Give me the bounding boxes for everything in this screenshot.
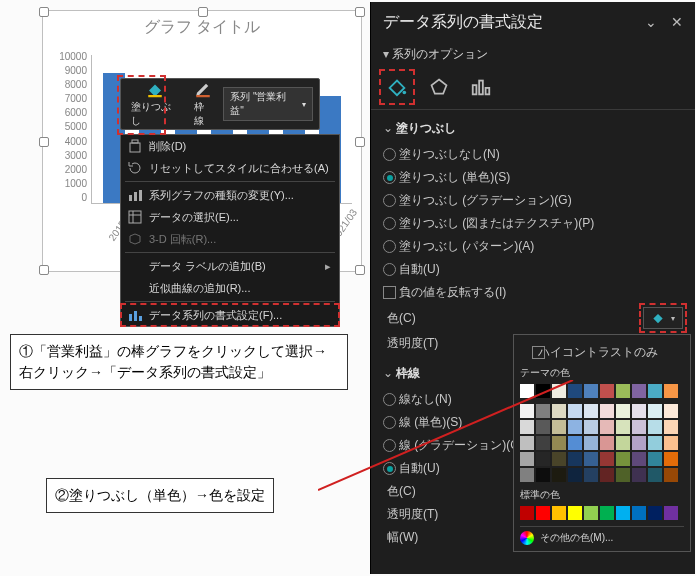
- color-swatch[interactable]: [632, 420, 646, 434]
- color-swatch[interactable]: [552, 436, 566, 450]
- color-swatch[interactable]: [664, 420, 678, 434]
- resize-handle[interactable]: [39, 265, 49, 275]
- color-swatch[interactable]: [552, 452, 566, 466]
- menu-delete[interactable]: 削除(D): [121, 135, 339, 157]
- tab-series-options[interactable]: [467, 73, 495, 101]
- color-swatch[interactable]: [520, 506, 534, 520]
- color-swatch[interactable]: [536, 452, 550, 466]
- color-swatch[interactable]: [616, 436, 630, 450]
- color-swatch[interactable]: [568, 452, 582, 466]
- section-fill[interactable]: 塗りつぶし: [371, 110, 695, 143]
- color-swatch[interactable]: [584, 420, 598, 434]
- series-selector[interactable]: 系列 "営業利益": [223, 87, 313, 121]
- color-swatch[interactable]: [616, 506, 630, 520]
- color-swatch[interactable]: [536, 436, 550, 450]
- color-swatch[interactable]: [584, 436, 598, 450]
- menu-select-data[interactable]: データの選択(E)...: [121, 206, 339, 228]
- color-swatch[interactable]: [568, 468, 582, 482]
- radio-fill-auto[interactable]: 自動(U): [371, 258, 695, 281]
- resize-handle[interactable]: [355, 137, 365, 147]
- color-swatch[interactable]: [632, 384, 646, 398]
- color-swatch[interactable]: [536, 384, 550, 398]
- resize-handle[interactable]: [198, 7, 208, 17]
- resize-handle[interactable]: [39, 137, 49, 147]
- color-swatch[interactable]: [632, 404, 646, 418]
- color-swatch[interactable]: [648, 404, 662, 418]
- radio-fill-gradient[interactable]: 塗りつぶし (グラデーション)(G): [371, 189, 695, 212]
- color-swatch[interactable]: [616, 420, 630, 434]
- color-swatch[interactable]: [536, 420, 550, 434]
- color-swatch[interactable]: [632, 468, 646, 482]
- color-swatch[interactable]: [600, 404, 614, 418]
- resize-handle[interactable]: [39, 7, 49, 17]
- color-swatch[interactable]: [664, 506, 678, 520]
- color-swatch[interactable]: [584, 506, 598, 520]
- color-swatch[interactable]: [600, 384, 614, 398]
- color-swatch[interactable]: [552, 404, 566, 418]
- color-swatch[interactable]: [536, 506, 550, 520]
- tab-effects[interactable]: [425, 73, 453, 101]
- resize-handle[interactable]: [355, 7, 365, 17]
- color-swatch[interactable]: [584, 452, 598, 466]
- color-swatch[interactable]: [520, 404, 534, 418]
- color-swatch[interactable]: [552, 468, 566, 482]
- radio-fill-none[interactable]: 塗りつぶしなし(N): [371, 143, 695, 166]
- color-swatch[interactable]: [616, 452, 630, 466]
- outline-button[interactable]: 枠線: [190, 78, 217, 130]
- color-swatch[interactable]: [520, 452, 534, 466]
- color-swatch[interactable]: [536, 404, 550, 418]
- menu-reset-style[interactable]: リセットしてスタイルに合わせる(A): [121, 157, 339, 179]
- more-colors-button[interactable]: その他の色(M)...: [520, 526, 684, 545]
- color-swatch[interactable]: [648, 506, 662, 520]
- radio-fill-solid[interactable]: 塗りつぶし (単色)(S): [371, 166, 695, 189]
- color-swatch[interactable]: [568, 436, 582, 450]
- color-swatch[interactable]: [568, 420, 582, 434]
- color-swatch[interactable]: [568, 404, 582, 418]
- color-swatch[interactable]: [600, 506, 614, 520]
- color-swatch[interactable]: [536, 468, 550, 482]
- color-swatch[interactable]: [664, 404, 678, 418]
- menu-add-trendline[interactable]: 近似曲線の追加(R)...: [121, 277, 339, 299]
- panel-options-chevron-icon[interactable]: ⌄: [645, 14, 657, 30]
- color-swatch[interactable]: [616, 468, 630, 482]
- color-swatch[interactable]: [584, 404, 598, 418]
- color-swatch[interactable]: [584, 468, 598, 482]
- menu-add-data-labels[interactable]: データ ラベルの追加(B) ▸: [121, 255, 339, 277]
- menu-change-chart-type[interactable]: 系列グラフの種類の変更(Y)...: [121, 184, 339, 206]
- color-swatch[interactable]: [632, 506, 646, 520]
- color-swatch[interactable]: [616, 384, 630, 398]
- color-swatch[interactable]: [648, 384, 662, 398]
- color-swatch[interactable]: [648, 420, 662, 434]
- checkbox-high-contrast[interactable]: ハイコントラストのみ: [520, 341, 684, 364]
- color-swatch[interactable]: [600, 436, 614, 450]
- color-swatch[interactable]: [664, 468, 678, 482]
- color-swatch[interactable]: [632, 436, 646, 450]
- color-swatch[interactable]: [552, 506, 566, 520]
- color-swatch[interactable]: [520, 468, 534, 482]
- color-swatch[interactable]: [520, 420, 534, 434]
- color-swatch[interactable]: [600, 468, 614, 482]
- color-swatch[interactable]: [568, 384, 582, 398]
- color-swatch[interactable]: [648, 452, 662, 466]
- radio-fill-picture[interactable]: 塗りつぶし (図またはテクスチャ)(P): [371, 212, 695, 235]
- color-swatch[interactable]: [616, 404, 630, 418]
- color-swatch[interactable]: [632, 452, 646, 466]
- checkbox-invert-negative[interactable]: 負の値を反転する(I): [371, 281, 695, 304]
- color-swatch[interactable]: [552, 384, 566, 398]
- color-swatch[interactable]: [600, 452, 614, 466]
- radio-fill-pattern[interactable]: 塗りつぶし (パターン)(A): [371, 235, 695, 258]
- color-swatch[interactable]: [552, 420, 566, 434]
- color-swatch[interactable]: [520, 436, 534, 450]
- color-swatch[interactable]: [600, 420, 614, 434]
- color-swatch[interactable]: [520, 384, 534, 398]
- series-options-header[interactable]: 系列のオプション: [371, 42, 695, 71]
- color-swatch[interactable]: [664, 452, 678, 466]
- resize-handle[interactable]: [355, 265, 365, 275]
- color-swatch[interactable]: [664, 436, 678, 450]
- fill-color-button[interactable]: [643, 307, 683, 329]
- color-swatch[interactable]: [648, 436, 662, 450]
- chart-title[interactable]: グラフ タイトル: [43, 17, 361, 38]
- menu-format-data-series[interactable]: データ系列の書式設定(F)...: [121, 304, 339, 326]
- tab-fill-line[interactable]: [383, 73, 411, 101]
- color-swatch[interactable]: [568, 506, 582, 520]
